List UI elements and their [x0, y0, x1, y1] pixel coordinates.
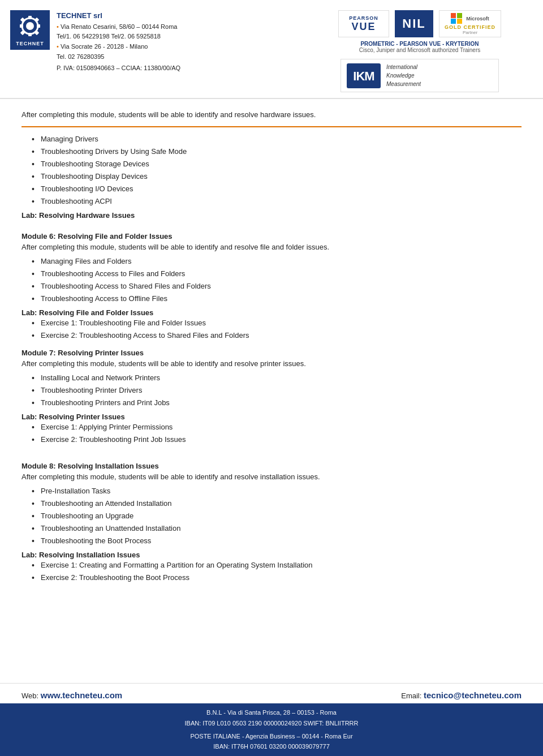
- module8-lab: Lab: Resolving Installation Issues: [21, 551, 522, 559]
- list-item: Troubleshooting the Boot Process: [32, 535, 522, 547]
- module6-desc: After completing this module, students w…: [21, 242, 522, 253]
- bank-line2: IBAN: IT09 L010 0503 2190 00000024920 SW…: [6, 718, 537, 729]
- module6-lab: Lab: Resolving File and Folder Issues: [21, 308, 522, 317]
- list-item: Troubleshooting an Unattended Installati…: [32, 522, 522, 535]
- bank-line4: IBAN: IT76H 07601 03200 000039079777: [6, 741, 537, 752]
- list-item: Managing Files and Folders: [32, 255, 522, 268]
- module7-desc: After completing this module, students w…: [21, 358, 522, 370]
- ikm-logo: IKM International Knowledge Measurement: [341, 59, 499, 92]
- svg-text:IKM: IKM: [353, 69, 374, 83]
- svg-rect-3: [28, 16, 32, 19]
- prometric-text: PROMETRIC - PEARSON VUE - KRYTERION: [359, 41, 481, 47]
- list-item: Troubleshooting Access to Files and Fold…: [32, 268, 522, 280]
- list-item: Troubleshooting I/O Devices: [32, 183, 522, 195]
- technet-logo: TECHNET: [10, 10, 50, 50]
- company-name: TECHNET srl: [57, 10, 180, 22]
- footer-email: Email: tecnico@techneteu.com: [401, 690, 522, 700]
- module8-exercises: Exercise 1: Creating and Formatting a Pa…: [21, 559, 522, 584]
- intro-text: After completing this module, students w…: [21, 109, 522, 121]
- svg-text:TECHNET: TECHNET: [16, 41, 44, 46]
- company-info-section: TECHNET TECHNET srl • Via Renato Cesarin…: [10, 10, 312, 74]
- svg-rect-6: [37, 24, 40, 28]
- nil-logo: NIL: [395, 10, 433, 37]
- module8-bullet-list: Pre-Installation Tasks Troubleshooting a…: [21, 485, 522, 547]
- list-item: Exercise 1: Applying Printer Permissions: [32, 421, 522, 433]
- page-header: TECHNET TECHNET srl • Via Renato Cesarin…: [0, 0, 543, 99]
- module6-exercises: Exercise 1: Troubleshooting File and Fol…: [21, 317, 522, 342]
- module5-bullet-list: Managing Drivers Troubleshooting Drivers…: [21, 133, 522, 208]
- ms-squares-icon: [451, 13, 462, 24]
- module7-exercises: Exercise 1: Applying Printer Permissions…: [21, 421, 522, 446]
- bank-line1: B.N.L - Via di Santa Prisca, 28 – 00153 …: [6, 707, 537, 718]
- company-address2: • Via Socrate 26 - 20128 - Milano: [57, 42, 180, 52]
- footer-bank: B.N.L - Via di Santa Prisca, 28 – 00153 …: [0, 703, 543, 756]
- list-item: Troubleshooting an Upgrade: [32, 510, 522, 522]
- list-item: Troubleshooting an Attended Installation: [32, 497, 522, 510]
- list-item: Troubleshooting Printer Drivers: [32, 384, 522, 397]
- bank-line3: POSTE ITALIANE - Agenzia Business – 0014…: [6, 731, 537, 742]
- svg-rect-4: [28, 33, 32, 36]
- module7-heading: Module 7: Resolving Printer Issues: [21, 349, 522, 357]
- module8-desc: After completing this module, students w…: [21, 471, 522, 483]
- cisco-text: Cisco, Juniper and Microsoft authorized …: [359, 47, 481, 53]
- module8-heading: Module 8: Resolving Installation Issues: [21, 462, 522, 470]
- module5-lab: Lab: Resolving Hardware Issues: [21, 211, 522, 220]
- list-item: Exercise 2: Troubleshooting the Boot Pro…: [32, 572, 522, 584]
- cert-logos-row: PEARSON VUE NIL Micros: [338, 10, 501, 37]
- company-tel: Tel/1. 06 54229198 Tel/2. 06 5925818: [57, 32, 180, 42]
- microsoft-gold-logo: Microsoft GOLD CERTIFIED Partner: [439, 10, 501, 37]
- list-item: Exercise 2: Troubleshooting Access to Sh…: [32, 329, 522, 342]
- footer-main: Web: www.techneteu.com Email: tecnico@te…: [0, 683, 543, 700]
- module7-bullet-list: Installing Local and Network Printers Tr…: [21, 372, 522, 409]
- list-item: Troubleshooting Drivers by Using Safe Mo…: [32, 145, 522, 158]
- list-item: Installing Local and Network Printers: [32, 372, 522, 384]
- module6-heading: Module 6: Resolving File and Folder Issu…: [21, 232, 522, 240]
- list-item: Exercise 2: Troubleshooting Print Job Is…: [32, 433, 522, 446]
- divider: [21, 126, 522, 127]
- list-item: Exercise 1: Creating and Formatting a Pa…: [32, 559, 522, 572]
- list-item: Troubleshooting ACPI: [32, 195, 522, 208]
- list-item: Troubleshooting Display Devices: [32, 170, 522, 183]
- svg-rect-5: [20, 24, 23, 28]
- partner-logos: PEARSON VUE NIL Micros: [312, 10, 527, 92]
- module7-lab: Lab: Resolving Printer Issues: [21, 413, 522, 421]
- main-content: After completing this module, students w…: [0, 99, 543, 677]
- svg-point-2: [26, 22, 34, 30]
- list-item: Troubleshooting Access to Shared Files a…: [32, 280, 522, 293]
- company-iva: P. IVA: 01508940663 – CCIAA: 11380/00/AQ: [57, 63, 180, 74]
- email-link[interactable]: tecnico@techneteu.com: [424, 690, 522, 700]
- footer-web: Web: www.techneteu.com: [21, 690, 122, 700]
- module6-bullet-list: Managing Files and Folders Troubleshooti…: [21, 255, 522, 305]
- list-item: Pre-Installation Tasks: [32, 485, 522, 497]
- list-item: Troubleshooting Printers and Print Jobs: [32, 397, 522, 409]
- company-address1: • Via Renato Cesarini, 58/60 – 00144 Rom…: [57, 22, 180, 32]
- list-item: Exercise 1: Troubleshooting File and Fol…: [32, 317, 522, 329]
- list-item: Managing Drivers: [32, 133, 522, 145]
- company-details: TECHNET srl • Via Renato Cesarini, 58/60…: [57, 10, 180, 74]
- company-tel2: Tel. 02 76280395: [57, 52, 180, 62]
- website-link[interactable]: www.techneteu.com: [41, 690, 122, 700]
- list-item: Troubleshooting Storage Devices: [32, 158, 522, 170]
- list-item: Troubleshooting Access to Offline Files: [32, 293, 522, 305]
- pearson-vue-logo: PEARSON VUE: [338, 10, 389, 37]
